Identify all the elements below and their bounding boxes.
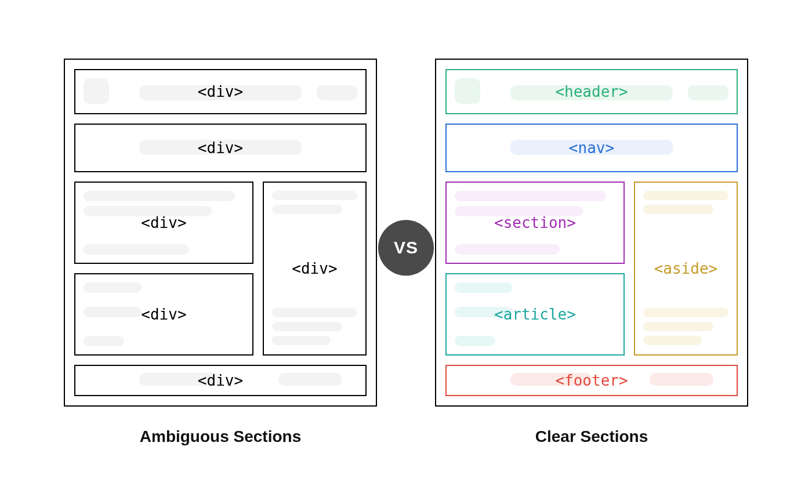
placeholder-line — [643, 322, 713, 331]
comparison-diagram: <div> <div> <div> — [41, 59, 771, 446]
placeholder-line — [643, 336, 702, 345]
placeholder-line — [643, 308, 728, 317]
placeholder-line — [643, 205, 713, 214]
clear-panel-wrap: <header> <nav> <section> — [435, 59, 748, 446]
placeholder-action — [317, 85, 357, 100]
placeholder-line — [455, 282, 513, 293]
clear-mid-row: <section> <article> <aside> — [445, 182, 738, 356]
placeholder-footer-right — [650, 373, 713, 386]
placeholder-line — [455, 244, 560, 255]
ambiguous-header-box: <div> — [74, 69, 367, 114]
placeholder-action — [688, 85, 728, 100]
header-tag-label: <header> — [555, 83, 628, 100]
placeholder-footer-right — [278, 373, 342, 386]
clear-caption: Clear Sections — [535, 427, 648, 446]
clear-aside-box: <aside> — [634, 182, 738, 356]
placeholder-line — [84, 282, 142, 293]
vs-badge: VS — [378, 220, 434, 275]
placeholder-line — [84, 336, 124, 346]
ambiguous-panel: <div> <div> <div> — [64, 59, 377, 407]
placeholder-line — [272, 322, 342, 331]
placeholder-line — [455, 191, 606, 201]
ambiguous-main-col: <div> <div> — [74, 182, 253, 356]
div-tag-label: <div> — [292, 260, 337, 277]
footer-tag-label: <footer> — [555, 372, 628, 389]
ambiguous-section-box: <div> — [74, 182, 253, 264]
clear-footer-box: <footer> — [445, 365, 738, 396]
ambiguous-panel-wrap: <div> <div> <div> — [64, 59, 377, 446]
div-tag-label: <div> — [141, 214, 186, 231]
ambiguous-nav-box: <div> — [74, 124, 367, 172]
placeholder-line — [272, 336, 331, 345]
placeholder-line — [455, 336, 495, 346]
placeholder-line — [272, 205, 342, 214]
aside-tag-label: <aside> — [654, 260, 718, 277]
placeholder-logo — [455, 78, 480, 104]
placeholder-line — [84, 244, 188, 255]
div-tag-label: <div> — [141, 306, 186, 323]
nav-tag-label: <nav> — [569, 139, 614, 157]
div-tag-label: <div> — [198, 372, 243, 389]
div-tag-label: <div> — [198, 83, 243, 100]
div-tag-label: <div> — [198, 139, 243, 157]
clear-article-box: <article> — [445, 273, 625, 356]
clear-main-col: <section> <article> — [445, 182, 625, 356]
clear-nav-box: <nav> — [445, 124, 738, 172]
ambiguous-mid-row: <div> <div> <div> — [74, 182, 367, 356]
placeholder-line — [272, 191, 357, 200]
placeholder-logo — [84, 78, 109, 104]
vs-label: VS — [394, 238, 418, 258]
placeholder-line — [84, 307, 142, 317]
placeholder-line — [272, 308, 357, 317]
placeholder-line — [84, 191, 235, 201]
section-tag-label: <section> — [494, 214, 576, 231]
ambiguous-aside-box: <div> — [263, 182, 367, 356]
ambiguous-article-box: <div> — [74, 273, 253, 356]
placeholder-line — [643, 191, 728, 200]
clear-section-box: <section> — [445, 182, 625, 264]
clear-panel: <header> <nav> <section> — [435, 59, 748, 407]
clear-header-box: <header> — [445, 69, 738, 114]
ambiguous-caption: Ambiguous Sections — [140, 427, 301, 446]
article-tag-label: <article> — [494, 306, 576, 323]
ambiguous-footer-box: <div> — [74, 365, 367, 396]
